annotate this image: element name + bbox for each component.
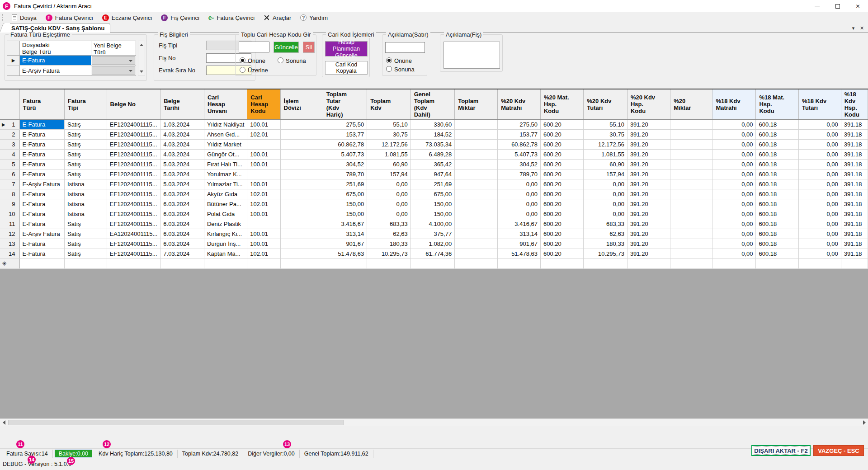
- cell-islem_dovizi[interactable]: [280, 258, 323, 268]
- table-row[interactable]: 5E-FaturaSatışEF12024001115...5.03.2024F…: [0, 159, 868, 169]
- table-row[interactable]: 12E-Arşiv FaturaSatışEA12024001115...6.0…: [0, 229, 868, 239]
- cell-kdv20_tutari[interactable]: 683,33: [584, 219, 627, 229]
- cell-belge_no[interactable]: EF12024001115...: [107, 149, 160, 159]
- cell-islem_dovizi[interactable]: [280, 179, 323, 189]
- cell-kdv18_tutari[interactable]: 0,00: [798, 169, 841, 179]
- cell-kdv18_hsp_kodu[interactable]: 391.18: [841, 239, 868, 249]
- cell-cari_hesap_unvani[interactable]: Yılmazlar Ti...: [204, 179, 247, 189]
- cell-genel_toplam_kdv_dahil[interactable]: 184,52: [410, 129, 454, 139]
- cell-kdv18_tutari[interactable]: 0,00: [798, 239, 841, 249]
- cell-fatura_tipi[interactable]: Istisna: [65, 189, 107, 199]
- column-header-cari_hesap_unvani[interactable]: Cari Hesap Unvanı: [204, 89, 247, 119]
- cell-kdv18_hsp_kodu[interactable]: 391.18: [841, 159, 868, 169]
- cell-kdv20_hsp_kodu[interactable]: 391.20: [627, 219, 670, 229]
- cell-toplam_miktar[interactable]: [455, 149, 498, 159]
- cell-kdv20_tutari[interactable]: 60,90: [584, 159, 627, 169]
- cell-kdv18_mat_hsp_kodu[interactable]: 600.18: [756, 139, 798, 149]
- cell-kdv18_tutari[interactable]: 0,00: [798, 129, 841, 139]
- cell-kdv18_matrahi[interactable]: [712, 258, 756, 268]
- cell-fatura_tipi[interactable]: Satış: [65, 219, 107, 229]
- cell-kdv18_hsp_kodu[interactable]: 391.18: [841, 249, 868, 258]
- cell-kdv20_mat_hsp_kodu[interactable]: 600.20: [540, 159, 583, 169]
- cell-genel_toplam_kdv_dahil[interactable]: 947,64: [410, 169, 454, 179]
- cell-toplam_kdv[interactable]: 10.295,73: [367, 249, 411, 258]
- cell-toplam_tutar_kdv_haric[interactable]: 275,50: [323, 119, 367, 129]
- cell-kdv18_mat_hsp_kodu[interactable]: 600.18: [756, 249, 798, 258]
- row-indicator[interactable]: 6: [0, 169, 19, 179]
- cell-toplam_tutar_kdv_haric[interactable]: 150,00: [323, 209, 367, 219]
- cell-kdv20_miktar[interactable]: [670, 189, 712, 199]
- cell-kdv20_miktar[interactable]: [670, 179, 712, 189]
- cell-belge_no[interactable]: EF12024001115...: [107, 189, 160, 199]
- column-header-kdv20_hsp_kodu[interactable]: %20 Kdv Hsp. Kodu: [627, 89, 670, 119]
- cell-fatura_turu[interactable]: E-Fatura: [19, 119, 65, 129]
- cell-toplam_kdv[interactable]: 0,00: [367, 199, 411, 209]
- cell-fatura_turu[interactable]: E-Fatura: [19, 169, 65, 179]
- cell-islem_dovizi[interactable]: [280, 159, 323, 169]
- cell-kdv20_matrahi[interactable]: 0,00: [498, 209, 541, 219]
- cell-toplam_kdv[interactable]: [367, 258, 411, 268]
- cell-kdv18_matrahi[interactable]: 0,00: [712, 119, 756, 129]
- cell-cari_hesap_unvani[interactable]: Güngör Ot...: [204, 149, 247, 159]
- cell-belge_tarihi[interactable]: 4.03.2024: [160, 139, 204, 149]
- cell-kdv20_tutari[interactable]: 157,94: [584, 169, 627, 179]
- row-indicator[interactable]: 9: [0, 199, 19, 209]
- cell-kdv20_tutari[interactable]: 30,75: [584, 129, 627, 139]
- cell-cari_hesap_kodu[interactable]: 100.01: [247, 149, 280, 159]
- cell-toplam_tutar_kdv_haric[interactable]: 51.478,63: [323, 249, 367, 258]
- tab-satis-coklu-kdv[interactable]: SATIŞ-Çoklu KDV - Satış Şablonu: [4, 23, 110, 33]
- cell-kdv20_matrahi[interactable]: [498, 258, 541, 268]
- cell-kdv20_matrahi[interactable]: 0,00: [498, 189, 541, 199]
- cell-kdv18_mat_hsp_kodu[interactable]: 600.18: [756, 179, 798, 189]
- cell-kdv18_matrahi[interactable]: 0,00: [712, 179, 756, 189]
- table-row[interactable]: 7E-Arşiv FaturaIstisnaEF12024001115...5.…: [0, 179, 868, 189]
- cell-islem_dovizi[interactable]: [280, 249, 323, 258]
- cell-belge_tarihi[interactable]: 6.03.2024: [160, 189, 204, 199]
- cell-cari_hesap_unvani[interactable]: Bütüner Pa...: [204, 199, 247, 209]
- cell-cari_hesap_unvani[interactable]: Yıldız Nakliyat: [204, 119, 247, 129]
- cell-kdv20_hsp_kodu[interactable]: 391.20: [627, 249, 670, 258]
- cell-kdv20_matrahi[interactable]: 789,70: [498, 169, 541, 179]
- cell-toplam_tutar_kdv_haric[interactable]: 313,14: [323, 229, 367, 239]
- cell-toplam_tutar_kdv_haric[interactable]: 3.416,67: [323, 219, 367, 229]
- cell-genel_toplam_kdv_dahil[interactable]: 6.489,28: [410, 149, 454, 159]
- cell-belge_tarihi[interactable]: 6.03.2024: [160, 209, 204, 219]
- cell-fatura_turu[interactable]: E-Fatura: [19, 219, 65, 229]
- mapping-cell-source[interactable]: E-Arşiv Fatura: [20, 66, 91, 75]
- cell-cari_hesap_unvani[interactable]: Fırat Halı Ti...: [204, 159, 247, 169]
- cell-fatura_tipi[interactable]: Satış: [65, 229, 107, 239]
- mapping-cell-target[interactable]: [91, 56, 136, 65]
- column-header-kdv20_matrahi[interactable]: %20 Kdv Matrahı: [498, 89, 541, 119]
- radio-sonuna[interactable]: [278, 57, 283, 63]
- menu-item-efatura-cevirici[interactable]: e- Fatura Çevirici: [204, 12, 259, 23]
- cell-kdv18_mat_hsp_kodu[interactable]: 600.18: [756, 129, 798, 139]
- column-header-fatura_tipi[interactable]: Fatura Tipi: [65, 89, 107, 119]
- cell-kdv20_mat_hsp_kodu[interactable]: 600.20: [540, 189, 583, 199]
- cell-toplam_miktar[interactable]: [455, 249, 498, 258]
- cell-kdv18_tutari[interactable]: 0,00: [798, 209, 841, 219]
- cell-cari_hesap_kodu[interactable]: 100.01: [247, 179, 280, 189]
- cell-kdv20_matrahi[interactable]: 153,77: [498, 129, 541, 139]
- radio-satir-sonuna[interactable]: [386, 66, 392, 72]
- cell-kdv18_hsp_kodu[interactable]: 391.18: [841, 119, 868, 129]
- cell-cari_hesap_kodu[interactable]: 100.01: [247, 159, 280, 169]
- cell-kdv18_hsp_kodu[interactable]: 391.18: [841, 169, 868, 179]
- cell-belge_tarihi[interactable]: 4.03.2024: [160, 129, 204, 139]
- cell-kdv20_matrahi[interactable]: 0,00: [498, 199, 541, 209]
- column-header-kdv18_hsp_kodu[interactable]: %18 Kdv Hsp. Kodu: [841, 89, 868, 119]
- close-button[interactable]: ✕: [848, 0, 868, 12]
- cell-genel_toplam_kdv_dahil[interactable]: [410, 258, 454, 268]
- cell-fatura_tipi[interactable]: Istisna: [65, 209, 107, 219]
- scroll-left-icon[interactable]: [0, 419, 8, 426]
- cell-cari_hesap_kodu[interactable]: 102.01: [247, 249, 280, 258]
- cell-fatura_turu[interactable]: [19, 258, 65, 268]
- cell-belge_no[interactable]: EF12024001115...: [107, 139, 160, 149]
- cell-cari_hesap_unvani[interactable]: Polat Gıda: [204, 209, 247, 219]
- hesap-planimdan-guncelle-button[interactable]: Hesap Planımdan Güncelle: [325, 41, 368, 56]
- cell-kdv20_miktar[interactable]: [670, 119, 712, 129]
- row-indicator[interactable]: 7: [0, 179, 19, 189]
- cell-kdv20_miktar[interactable]: [670, 258, 712, 268]
- row-indicator[interactable]: 13: [0, 239, 19, 249]
- cell-kdv20_hsp_kodu[interactable]: 391.20: [627, 229, 670, 239]
- new-doc-type-dropdown[interactable]: [92, 66, 135, 75]
